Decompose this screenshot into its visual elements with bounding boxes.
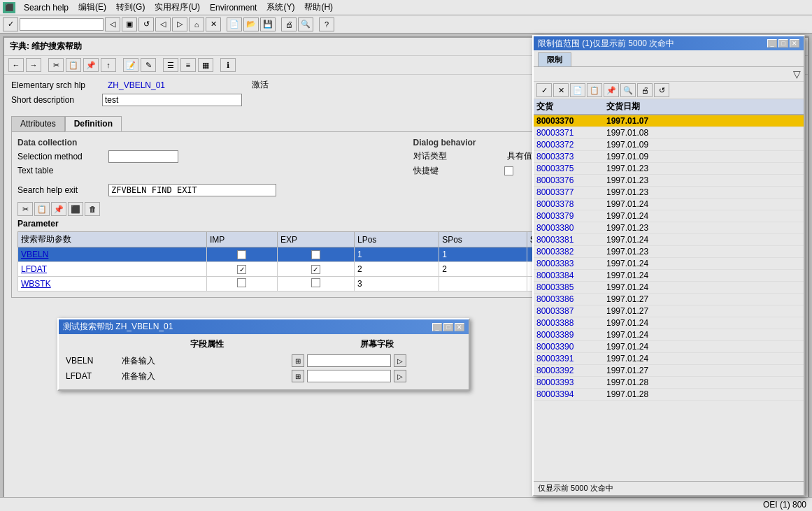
search-help-exit-input[interactable] — [108, 184, 276, 196]
exp-checkbox[interactable] — [311, 265, 320, 274]
tool6[interactable]: ✎ — [141, 58, 156, 72]
shortcut-checkbox[interactable] — [504, 166, 513, 175]
tool10[interactable]: ℹ — [220, 58, 236, 72]
toolbar-input[interactable] — [20, 18, 104, 31]
popup-row[interactable]: 80003388 1997.01.24 — [534, 317, 804, 329]
popup-row[interactable]: 80003386 1997.01.27 — [534, 294, 804, 305]
square-btn[interactable]: ▣ — [122, 17, 137, 31]
popup-row[interactable]: 80003392 1997.01.27 — [534, 365, 804, 377]
back-btn[interactable]: ◁ — [155, 17, 171, 31]
param-name-link[interactable]: LFDAT — [21, 264, 47, 274]
print-btn[interactable]: 🖨 — [281, 17, 297, 31]
imp-checkbox[interactable] — [237, 265, 246, 274]
popup-row[interactable]: 80003384 1997.01.24 — [534, 270, 804, 282]
tab-attributes[interactable]: Attributes — [11, 116, 65, 131]
stop-btn[interactable]: ✕ — [206, 17, 221, 31]
popup-row[interactable]: 80003390 1997.01.24 — [534, 341, 804, 353]
popup-row[interactable]: 80003375 1997.01.23 — [534, 163, 804, 175]
tool8[interactable]: ≡ — [180, 58, 196, 72]
popup-print-btn[interactable]: 🖨 — [637, 83, 653, 97]
popup-row[interactable]: 80003393 1997.01.28 — [534, 377, 804, 389]
tool2[interactable]: 📋 — [66, 58, 81, 72]
popup-row[interactable]: 80003381 1997.01.24 — [534, 234, 804, 246]
sub-maximize-btn[interactable]: □ — [443, 323, 453, 331]
sub-close-btn[interactable]: ✕ — [455, 323, 464, 331]
popup-row[interactable]: 80003372 1997.01.09 — [534, 139, 804, 151]
popup-row[interactable]: 80003376 1997.01.23 — [534, 175, 804, 187]
back-btn2[interactable]: ← — [8, 58, 24, 72]
find-btn[interactable]: 🔍 — [298, 17, 313, 31]
popup-row[interactable]: 80003373 1997.01.09 — [534, 151, 804, 163]
popup-row[interactable]: 80003387 1997.01.27 — [534, 305, 804, 317]
save-btn[interactable]: 💾 — [260, 17, 276, 31]
tool7[interactable]: ☰ — [163, 58, 178, 72]
popup-refresh-btn[interactable]: ↺ — [654, 83, 669, 97]
popup-row[interactable]: 80003382 1997.01.23 — [534, 246, 804, 258]
imp-checkbox[interactable] — [237, 278, 246, 287]
param-name-link[interactable]: VBELN — [21, 250, 48, 259]
popup-row[interactable]: 80003380 1997.01.23 — [534, 222, 804, 234]
param-name-link[interactable]: WBSTK — [21, 279, 51, 289]
forward-btn[interactable]: ▷ — [172, 17, 187, 31]
menu-goto[interactable]: 转到(G) — [112, 1, 149, 14]
home-btn[interactable]: ⌂ — [189, 17, 204, 31]
tool4[interactable]: ↑ — [101, 58, 116, 72]
copy-btn[interactable]: 📋 — [34, 202, 50, 216]
menu-utilities[interactable]: 实用程序(U) — [150, 1, 204, 14]
imp-checkbox[interactable] — [237, 250, 246, 259]
check-btn[interactable]: ✓ — [3, 17, 18, 31]
popup-row[interactable]: 80003378 1997.01.24 — [534, 199, 804, 210]
popup-row[interactable]: 80003391 1997.01.24 — [534, 353, 804, 365]
sub-field-right-btn[interactable]: ▷ — [394, 370, 406, 382]
help-icon-btn[interactable]: ? — [319, 17, 334, 31]
popup-cancel-btn[interactable]: ✕ — [553, 83, 569, 97]
tool3[interactable]: 📌 — [83, 58, 99, 72]
short-desc-input[interactable] — [102, 94, 242, 106]
popup-minimize-btn[interactable]: _ — [767, 39, 777, 48]
popup-row[interactable]: 80003379 1997.01.24 — [534, 210, 804, 222]
refresh-btn[interactable]: ↺ — [138, 17, 154, 31]
open-btn[interactable]: 📂 — [243, 17, 259, 31]
fwd-btn2[interactable]: → — [26, 58, 41, 72]
prev-btn[interactable]: ◁ — [105, 17, 120, 31]
cut-btn[interactable]: ✂ — [17, 202, 33, 216]
tool5[interactable]: 📝 — [123, 58, 138, 72]
tab-definition[interactable]: Definition — [65, 116, 122, 131]
popup-copy-btn[interactable]: 📋 — [587, 83, 602, 97]
menu-search-help[interactable]: Search help — [20, 2, 73, 13]
selection-method-input[interactable] — [108, 150, 178, 163]
tool9[interactable]: ▦ — [198, 58, 213, 72]
insert-btn[interactable]: ⬛ — [68, 202, 83, 216]
sub-field-input[interactable] — [307, 370, 391, 382]
sub-field-icon-btn[interactable]: ⊞ — [292, 370, 304, 382]
popup-row[interactable]: 80003394 1997.01.28 — [534, 389, 804, 401]
menu-edit[interactable]: 编辑(E) — [74, 1, 111, 14]
popup-check-btn[interactable]: ✓ — [536, 83, 552, 97]
new-btn[interactable]: 📄 — [227, 17, 242, 31]
popup-close-btn[interactable]: ✕ — [790, 39, 799, 48]
paste-btn[interactable]: 📌 — [51, 202, 66, 216]
menu-environment[interactable]: Environment — [206, 2, 261, 13]
sub-field-icon-btn[interactable]: ⊞ — [292, 354, 304, 367]
menu-help[interactable]: 帮助(H) — [300, 1, 337, 14]
popup-row[interactable]: 80003385 1997.01.24 — [534, 282, 804, 294]
menu-system[interactable]: 系统(Y) — [262, 1, 299, 14]
popup-row[interactable]: 80003383 1997.01.24 — [534, 258, 804, 270]
popup-tab-limit[interactable]: 限制 — [538, 52, 571, 66]
popup-maximize-btn[interactable]: □ — [778, 39, 788, 48]
tool1[interactable]: ✂ — [48, 58, 64, 72]
sub-field-input[interactable] — [307, 354, 391, 367]
popup-find-btn[interactable]: 🔍 — [620, 83, 636, 97]
exp-checkbox[interactable] — [311, 278, 320, 287]
popup-new-btn[interactable]: 📄 — [570, 83, 585, 97]
popup-row[interactable]: 80003389 1997.01.24 — [534, 329, 804, 341]
popup-row[interactable]: 80003371 1997.01.08 — [534, 127, 804, 139]
sub-minimize-btn[interactable]: _ — [432, 323, 442, 331]
exp-checkbox[interactable] — [311, 250, 320, 259]
sub-field-right-btn[interactable]: ▷ — [394, 354, 406, 367]
delete-btn[interactable]: 🗑 — [85, 202, 100, 216]
popup-row[interactable]: 80003377 1997.01.23 — [534, 187, 804, 199]
popup-table-body[interactable]: 80003370 1997.01.07 80003371 1997.01.08 … — [534, 115, 804, 458]
popup-paste-btn[interactable]: 📌 — [604, 83, 619, 97]
popup-row[interactable]: 80003370 1997.01.07 — [534, 115, 804, 127]
